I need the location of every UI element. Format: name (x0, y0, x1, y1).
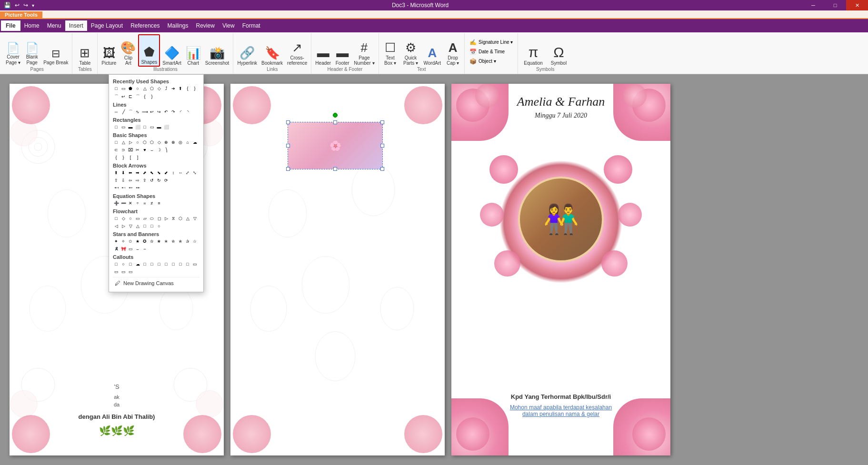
shape-item[interactable]: ▭ (120, 124, 127, 130)
table-btn[interactable]: ⊞ Table (75, 34, 94, 67)
shape-item[interactable]: ☆ (191, 238, 198, 245)
shape-item[interactable]: ▭ (149, 124, 155, 130)
shape-item[interactable]: ◇ (156, 85, 162, 92)
shape-item[interactable]: ▱ (141, 215, 148, 222)
minimize-btn[interactable]: ─ (802, 0, 824, 10)
shape-item[interactable]: { (184, 85, 191, 92)
shape-item[interactable]: ✩ (127, 238, 134, 245)
shape-item[interactable]: ➔ (170, 85, 177, 92)
shape-item[interactable]: ⬡ (177, 215, 184, 222)
shape-item[interactable]: ↶ (163, 109, 170, 115)
menu-format[interactable]: Format (239, 20, 264, 31)
text-box-btn[interactable]: ☐ TextBox ▾ (381, 34, 400, 67)
shape-item[interactable]: ◻ (156, 215, 162, 222)
qat-redo[interactable]: ↪ (22, 2, 29, 9)
shape-item[interactable]: ◜ (177, 109, 184, 115)
equation-btn[interactable]: π Equation (520, 34, 546, 67)
shape-item[interactable]: ⇪ (141, 177, 148, 184)
shape-item[interactable]: □ (149, 261, 155, 267)
shape-item[interactable]: ▬ (156, 124, 162, 130)
shape-item[interactable]: ▭ (127, 268, 134, 275)
shape-item[interactable]: ⬉ (149, 169, 155, 176)
shape-item[interactable]: ⬶ (113, 185, 120, 191)
shape-item[interactable]: ⌒ (127, 109, 134, 115)
shape-item[interactable]: ▷ (127, 139, 134, 146)
shape-item[interactable]: ☁ (134, 261, 141, 267)
shape-item[interactable]: ↪ (156, 109, 162, 115)
shape-item[interactable]: ▭ (134, 215, 141, 222)
shape-item[interactable]: ▭ (120, 85, 127, 92)
shape-item[interactable]: ➕ (113, 200, 120, 207)
shape-item[interactable]: ✭ (163, 238, 170, 245)
shape-item[interactable]: ✪ (141, 238, 148, 245)
shape-item[interactable]: ↻ (156, 177, 162, 184)
clip-art-btn[interactable]: 🎨 ClipArt (119, 34, 138, 67)
shape-item[interactable]: ⬋ (163, 169, 170, 176)
shape-item[interactable]: ≡ (156, 200, 162, 207)
selected-image[interactable]: 🌸 (288, 122, 383, 169)
shape-item[interactable]: ⬠ (149, 85, 155, 92)
quick-parts-btn[interactable]: ⚙ QuickParts ▾ (400, 34, 421, 67)
shape-item[interactable]: ⬆ (113, 169, 120, 176)
shape-item[interactable]: ✯ (177, 238, 184, 245)
shape-item[interactable]: ] (134, 154, 141, 161)
shapes-btn[interactable]: ⬟ Shapes (138, 34, 160, 67)
menu-home[interactable]: Home (20, 20, 43, 31)
shape-item[interactable]: ─ (113, 109, 120, 115)
shape-item[interactable]: ⌒ (134, 93, 141, 100)
hyperlink-btn[interactable]: 🔗 Hyperlink (235, 34, 259, 67)
shape-item[interactable]: ☁ (191, 139, 198, 146)
shape-item[interactable]: ╱ (120, 109, 127, 115)
shape-item[interactable]: ∿ (134, 109, 141, 115)
shape-item[interactable]: ▭ (191, 261, 198, 267)
menu-review[interactable]: Review (192, 20, 219, 31)
footer-btn[interactable]: ▬ Footer (333, 34, 351, 67)
shape-item[interactable]: ○ (127, 215, 134, 222)
shape-item[interactable]: ▽ (191, 215, 198, 222)
shape-item[interactable]: □ (177, 261, 184, 267)
restore-btn[interactable]: □ (824, 0, 846, 10)
shape-item[interactable]: ÷ (134, 200, 141, 207)
shape-item[interactable]: ⧖ (170, 215, 177, 222)
bookmark-btn[interactable]: 🔖 Bookmark (259, 34, 285, 67)
shape-item[interactable]: ☽ (156, 147, 162, 153)
shape-item[interactable]: □ (163, 261, 170, 267)
shape-item[interactable]: ▽ (127, 223, 134, 229)
shape-item[interactable]: ▷ (120, 223, 127, 229)
menu-references[interactable]: References (127, 20, 163, 31)
shape-item[interactable]: ✰ (184, 238, 191, 245)
shape-item[interactable]: ✧ (120, 238, 127, 245)
close-btn[interactable]: ✕ (846, 0, 868, 10)
shape-item[interactable]: ↔ (177, 169, 184, 176)
menu-menu[interactable]: Menu (43, 20, 65, 31)
shape-item[interactable]: } (149, 93, 155, 100)
shape-item[interactable]: ▬ (127, 124, 134, 130)
shape-item[interactable]: □ (141, 261, 148, 267)
shape-item[interactable]: ⤢ (184, 169, 191, 176)
shape-item[interactable]: ⬠ (149, 139, 155, 146)
shape-item[interactable]: ⬜ (163, 124, 170, 130)
shape-item[interactable]: ✦ (113, 238, 120, 245)
picture-btn[interactable]: 🖼 Picture (100, 34, 118, 67)
qat-customize[interactable]: ▾ (31, 3, 35, 8)
shape-item[interactable]: □ (141, 124, 148, 130)
shape-item[interactable]: 🎗 (113, 246, 120, 252)
shape-item[interactable]: ⌧ (127, 147, 134, 153)
shape-item[interactable]: ⬊ (156, 169, 162, 176)
shape-item[interactable]: ✬ (156, 238, 162, 245)
drop-cap-btn[interactable]: A DropCap ▾ (443, 34, 462, 67)
shape-item[interactable]: □ (149, 223, 155, 229)
shape-item[interactable]: ⬭ (149, 215, 155, 222)
shape-item[interactable]: △ (134, 223, 141, 229)
smart-art-btn[interactable]: 🔷 SmartArt (160, 34, 183, 67)
shape-item[interactable]: ⌣ (134, 246, 141, 252)
shape-item[interactable]: ⇧ (113, 177, 120, 184)
blank-page-btn[interactable]: 📄 BlankPage (23, 34, 41, 67)
shape-item[interactable]: ⬷ (120, 185, 127, 191)
cover-page-btn[interactable]: 📄 CoverPage ▾ (4, 34, 22, 67)
shape-item[interactable]: ⊗ (170, 139, 177, 146)
shape-item[interactable]: ⬟ (127, 85, 134, 92)
shape-item[interactable]: ⎞ (163, 147, 170, 153)
shape-item[interactable]: ↷ (170, 109, 177, 115)
shape-item[interactable]: ⊕ (163, 139, 170, 146)
